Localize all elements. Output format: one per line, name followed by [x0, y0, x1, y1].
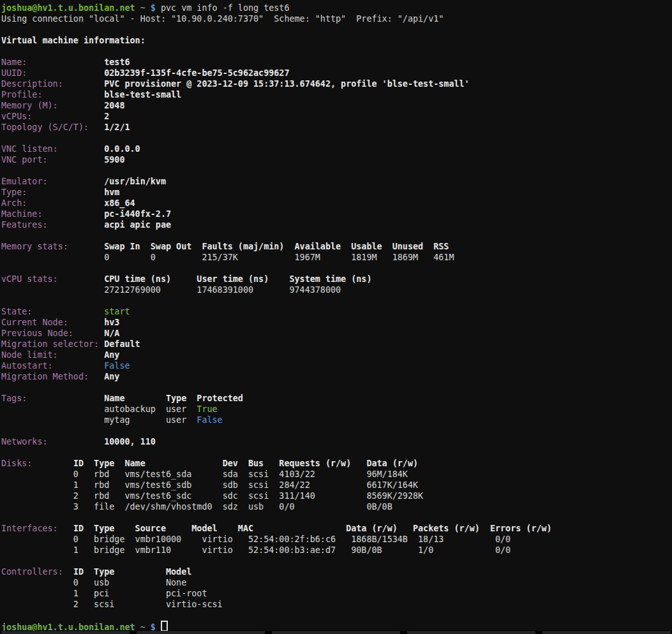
field-label: Features: — [1, 220, 104, 230]
terminal-line: Migration Method: Any — [1, 371, 672, 382]
field-value-vnc-port: 5900 — [104, 155, 124, 165]
field-label: Tags: — [1, 394, 104, 403]
field-label: Current Node: — [1, 318, 104, 327]
taskbar-segment[interactable] — [137, 631, 265, 634]
field-label: VNC listen: — [1, 144, 104, 154]
terminal-line: VNC listen: 0.0.0.0 — [1, 144, 672, 154]
disks-header: ID Type Name Dev Bus Requests (r/w) Data… — [73, 459, 418, 468]
terminal-line: VNC port: 5900 — [1, 154, 672, 165]
field-value-vnc-listen: 0.0.0.0 — [104, 144, 140, 154]
terminal-line: 27212769000 17468391000 9744378000 — [1, 284, 672, 295]
terminal-line — [1, 295, 672, 306]
interface-row: 1 bridge vmbr110 virtio 52:54:00:b3:ae:d… — [1, 545, 511, 555]
terminal-line: 1 bridge vmbr110 virtio 52:54:00:b3:ae:d… — [1, 545, 672, 556]
field-value-machine: pc-i440fx-2.7 — [104, 209, 171, 219]
terminal-line: Using connection "local" - Host: "10.90.… — [1, 13, 672, 24]
terminal-line — [1, 610, 672, 621]
terminal-window: joshua@hv1.t.u.bonilan.net ~ $ pvc vm in… — [0, 0, 672, 634]
terminal-line: 0 usb None — [1, 577, 672, 588]
field-label: Profile: — [1, 90, 104, 100]
field-value-features: acpi apic pae — [104, 220, 171, 230]
field-value-emulator: /usr/bin/kvm — [104, 177, 166, 186]
terminal-line — [1, 133, 672, 144]
field-value-memory: 2048 — [104, 101, 124, 110]
tag-protected-true: True — [197, 404, 217, 414]
field-label: Controllers: — [1, 567, 73, 577]
terminal-line: 1 rbd vms/test6_sdb sdb scsi 284/22 6617… — [1, 480, 672, 490]
field-value-node-limit: Any — [104, 350, 119, 360]
terminal-line: autobackup user True — [1, 404, 672, 415]
tag-row: autobackup user — [1, 404, 197, 414]
terminal-line: vCPUs: 2 — [1, 111, 672, 122]
field-value-migration-selector: Default — [104, 339, 140, 349]
memory-stats-header: Swap In Swap Out Faults (maj/min) Availa… — [104, 242, 449, 251]
terminal-line: Name: test6 — [1, 57, 672, 68]
terminal-line: Networks: 10000, 110 — [1, 436, 672, 447]
tag-row: mytag user — [1, 415, 197, 425]
terminal-line: Machine: pc-i440fx-2.7 — [1, 209, 672, 219]
field-label: Memory (M): — [1, 101, 104, 110]
section-title: Virtual machine information: — [1, 36, 146, 45]
disk-row: 3 file /dev/shm/vhostmd0 sdz usb 0/0 0B/… — [1, 502, 392, 512]
field-value-current-node: hv3 — [104, 318, 119, 327]
field-label: Migration Method: — [1, 372, 104, 381]
field-label: VNC port: — [1, 155, 104, 165]
disk-row: 1 rbd vms/test6_sdb sdb scsi 284/22 6617… — [1, 480, 418, 490]
vcpu-stats-header: CPU time (ns) User time (ns) System time… — [104, 274, 371, 284]
terminal-line: 1 pci pci-root — [1, 588, 672, 599]
terminal-line: 2 scsi virtio-scsi — [1, 599, 672, 610]
tags-header: Name Type Protected — [104, 394, 243, 403]
terminal-line: Features: acpi apic pae — [1, 219, 672, 230]
terminal-line: 0 bridge vmbr10000 virtio 52:54:00:2f:b6… — [1, 534, 672, 545]
terminal-line: Topology (S/C/T): 1/2/1 — [1, 122, 672, 133]
terminal-line: Current Node: hv3 — [1, 317, 672, 328]
terminal-line: UUID: 02b3239f-135f-4cfe-be75-5c962ac996… — [1, 68, 672, 78]
vcpu-stats-values: 27212769000 17468391000 9744378000 — [1, 285, 341, 295]
field-label: Emulator: — [1, 177, 104, 186]
taskbar-segment[interactable] — [542, 631, 671, 634]
terminal-line: Disks: ID Type Name Dev Bus Requests (r/… — [1, 458, 672, 469]
field-value-migration-method: Any — [104, 372, 119, 381]
terminal-line: Profile: blse-test-small — [1, 89, 672, 100]
terminal-line: Description: PVC provisioner @ 2023-12-0… — [1, 78, 672, 89]
terminal-cursor[interactable] — [161, 621, 168, 631]
terminal-line — [1, 425, 672, 436]
field-label: Machine: — [1, 209, 104, 219]
terminal-text — [135, 3, 140, 13]
controller-row: 2 scsi virtio-scsi — [1, 600, 223, 609]
terminal-line: mytag user False — [1, 415, 672, 425]
field-value-state: start — [104, 307, 130, 316]
taskbar-segment[interactable] — [407, 631, 535, 634]
field-value-profile: blse-test-small — [104, 90, 181, 100]
terminal-line: 2 rbd vms/test6_sdc sdc scsi 311/140 856… — [1, 490, 672, 501]
disk-row: 0 rbd vms/test6_sda sda scsi 4103/22 96M… — [1, 469, 408, 479]
disk-row: 2 rbd vms/test6_sdc sdc scsi 311/140 856… — [1, 491, 423, 501]
controller-row: 0 usb None — [1, 578, 186, 587]
controller-row: 1 pci pci-root — [1, 589, 207, 598]
terminal-line: Tags: Name Type Protected — [1, 393, 672, 404]
terminal-line: Previous Node: N/A — [1, 328, 672, 339]
prompt-dollar: $ — [151, 3, 156, 13]
taskbar-segment[interactable] — [272, 631, 400, 634]
field-label: Disks: — [1, 459, 73, 468]
terminal-line: 0 0 215/37K 1967M 1819M 1869M 461M — [1, 252, 672, 263]
controllers-header: ID Type Model — [73, 567, 191, 577]
terminal-line: 3 file /dev/shm/vhostmd0 sdz usb 0/0 0B/… — [1, 501, 672, 512]
terminal-screen[interactable]: joshua@hv1.t.u.bonilan.net ~ $ pvc vm in… — [0, 0, 672, 631]
prompt-path: ~ — [140, 3, 146, 13]
terminal-line — [1, 556, 672, 566]
field-label: Autostart: — [1, 361, 104, 371]
terminal-line: State: start — [1, 306, 672, 317]
terminal-line: Memory (M): 2048 — [1, 100, 672, 111]
field-value-arch: x86_64 — [104, 198, 135, 208]
terminal-line: vCPU stats: CPU time (ns) User time (ns)… — [1, 274, 672, 284]
taskbar-segment[interactable] — [1, 631, 130, 634]
terminal-line: joshua@hv1.t.u.bonilan.net ~ $ pvc vm in… — [1, 3, 672, 13]
command-text: pvc vm info -f long test6 — [156, 3, 290, 13]
terminal-text — [146, 3, 151, 13]
terminal-line: Emulator: /usr/bin/kvm — [1, 176, 672, 187]
field-label: UUID: — [1, 68, 104, 78]
terminal-line: Autostart: False — [1, 360, 672, 371]
terminal-line: Migration selector: Default — [1, 339, 672, 350]
terminal-line — [1, 512, 672, 523]
